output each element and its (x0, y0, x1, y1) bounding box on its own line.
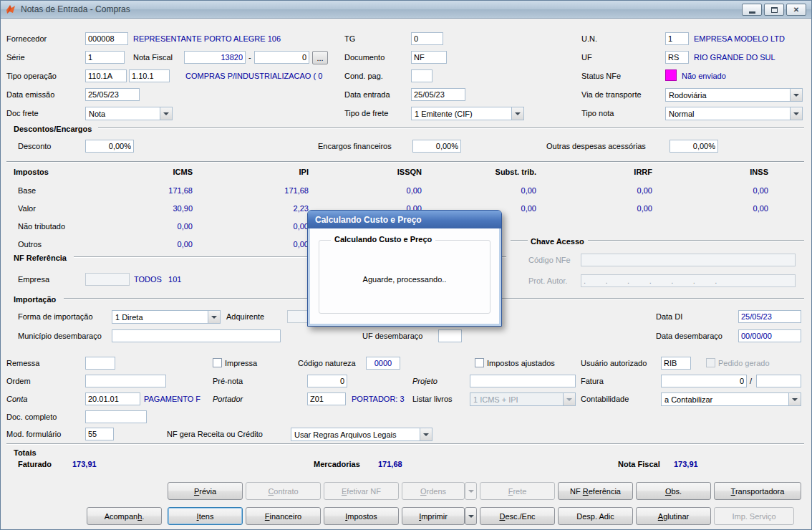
nota-fiscal-sufixo-input[interactable] (254, 51, 309, 64)
uf-label: UF (581, 51, 592, 64)
data-desembaraco-input[interactable] (738, 329, 801, 342)
maximize-icon (771, 7, 778, 13)
tg-input[interactable] (411, 32, 443, 45)
projeto-label: Projeto (412, 375, 438, 387)
tipo-nota-combo[interactable]: Normal (665, 107, 803, 120)
divider (511, 240, 528, 241)
contrato-button: Contrato (246, 482, 321, 500)
mod-formulario-input[interactable] (85, 428, 114, 440)
frete-button: Frete (480, 482, 555, 500)
uf-input[interactable] (665, 51, 689, 64)
tg-label: TG (344, 32, 355, 45)
desp-adic-button[interactable]: Desp. Adic (558, 507, 633, 525)
usuario-autorizado-input[interactable] (661, 357, 691, 370)
tipo-frete-combo[interactable]: 1 Emitente (CIF) (411, 107, 524, 120)
outras-despesas-input[interactable] (670, 140, 718, 153)
dialog-titlebar[interactable]: Calculando Custo e Preço (308, 211, 501, 228)
nf-gera-combo[interactable]: Usar Regras Arquivos Legais (291, 428, 432, 441)
un-desc: EMPRESA MODELO LTD (694, 32, 785, 45)
tipo-frete-label: Tipo de frete (344, 107, 388, 120)
chave-acesso-group-title: Chave Acesso (531, 235, 584, 248)
previa-button[interactable]: Prévia (168, 482, 243, 500)
municipio-desembaraco-input[interactable] (112, 329, 281, 342)
tipo-operacao-desc: COMPRAS P/INDUSTRIALIZACAO ( 0 (185, 69, 322, 82)
cond-pag-input[interactable] (411, 69, 432, 82)
documento-label: Documento (344, 51, 385, 64)
mercadorias-label: Mercadorias (314, 458, 360, 471)
impressa-checkbox[interactable] (213, 358, 222, 367)
cond-pag-label: Cond. pag. (344, 69, 383, 82)
forma-importacao-combo[interactable]: 1 Direta (112, 310, 221, 324)
itens-button[interactable]: Itens (168, 507, 243, 525)
codigo-natureza-input[interactable] (366, 357, 400, 370)
titlebar[interactable]: Notas de Entrada - Compras (1, 1, 811, 19)
serie-input[interactable] (85, 51, 125, 64)
municipio-desembaraco-label: Município desembaraço (18, 329, 102, 342)
data-di-input[interactable] (738, 310, 801, 323)
chevron-down-icon (160, 107, 172, 120)
desconto-label: Desconto (18, 140, 51, 153)
data-emissao-input[interactable] (85, 88, 140, 101)
chevron-down-icon (468, 515, 474, 518)
doc-frete-label: Doc frete (6, 107, 39, 120)
button-label: Aglutinar (658, 512, 689, 521)
acompanh-button[interactable]: Acompanh. (87, 507, 162, 525)
imprimir-button[interactable]: Imprimir (402, 507, 465, 525)
pedido-gerado-checkbox (706, 358, 715, 367)
doc-completo-input[interactable] (85, 410, 147, 423)
app-icon (5, 4, 16, 15)
portador-input[interactable] (307, 392, 346, 405)
impostos-cell: 0,00 (450, 186, 536, 196)
tipo-nota-label: Tipo nota (581, 107, 614, 120)
via-transporte-combo[interactable]: Rodoviária (665, 88, 803, 102)
fatura-input[interactable] (661, 375, 747, 387)
contabilidade-combo[interactable]: a Contabilizar (661, 392, 801, 406)
nf-referencia-button[interactable]: NF Referência (558, 482, 633, 500)
button-label: NF Referência (570, 487, 621, 496)
fornecedor-input[interactable] (85, 32, 128, 45)
un-input[interactable] (665, 32, 689, 45)
button-label: Ordens (420, 487, 446, 496)
contabilidade-value: a Contabilizar (662, 395, 788, 404)
conta-input[interactable] (85, 392, 140, 405)
impostos-button[interactable]: Impostos (324, 507, 399, 525)
doc-completo-label: Doc. completo (6, 410, 57, 423)
prot-autor-label: Prot. Autor. (528, 274, 567, 287)
data-emissao-label: Data emissão (6, 88, 54, 101)
button-label: Desc./Enc (499, 512, 535, 521)
remessa-input[interactable] (85, 357, 115, 370)
button-label: Impostos (345, 512, 377, 521)
obs-button[interactable]: Obs. (636, 482, 711, 500)
data-entrada-input[interactable] (411, 88, 465, 101)
nota-fiscal-numero-input[interactable] (184, 51, 246, 64)
tipo-operacao-code1-input[interactable] (85, 69, 127, 82)
minimize-button[interactable] (742, 4, 762, 16)
nota-fiscal-browse-button[interactable]: ... (312, 51, 328, 64)
projeto-input[interactable] (470, 375, 576, 387)
impostos-ajustados-checkbox[interactable] (475, 358, 484, 367)
ordem-label: Ordem (6, 375, 31, 387)
desc-enc-button[interactable]: Desc./Enc (480, 507, 555, 525)
nota-fiscal-separator: - (248, 51, 251, 64)
codigo-nfe-input (581, 254, 796, 266)
uf-desembaraco-input[interactable] (438, 329, 462, 342)
via-transporte-label: Via de transporte (581, 88, 642, 101)
encargos-input[interactable] (412, 140, 461, 153)
impostos-header: INSS (682, 167, 768, 177)
desconto-input[interactable] (85, 140, 134, 153)
documento-input[interactable] (411, 51, 447, 64)
aglutinar-button[interactable]: Aglutinar (636, 507, 711, 525)
pre-nota-input[interactable] (307, 375, 347, 387)
financeiro-button[interactable]: Financeiro (246, 507, 321, 525)
fatura-input-2[interactable] (756, 375, 801, 387)
close-icon: ✕ (793, 6, 799, 14)
maximize-button[interactable] (764, 4, 784, 16)
ordem-input[interactable] (85, 375, 166, 387)
dialog-groupbox: Calculando Custo e Preço Aguarde, proces… (319, 240, 490, 314)
codigo-nfe-label: Código NFe (528, 254, 571, 266)
transportadora-button[interactable]: Transportadora (714, 482, 801, 500)
close-button[interactable]: ✕ (786, 4, 806, 16)
imprimir-dropdown-button[interactable] (465, 507, 477, 525)
tipo-operacao-code2-input[interactable] (129, 69, 170, 82)
doc-frete-combo[interactable]: Nota (85, 107, 173, 120)
